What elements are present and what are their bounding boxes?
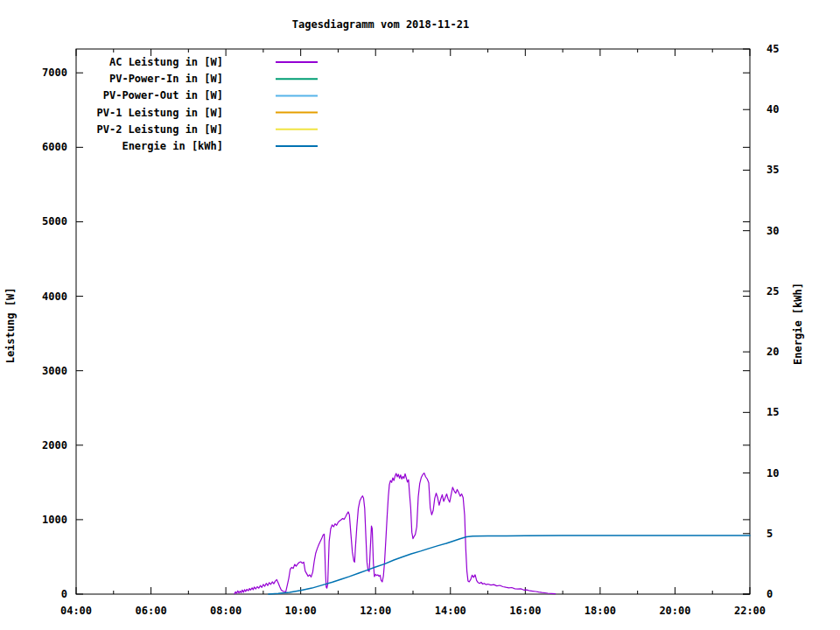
- y2-tick-label: 25: [766, 285, 779, 298]
- series-line-ac-leistung-in-w-: [234, 473, 556, 594]
- y2-tick-label: 45: [766, 43, 779, 55]
- x-tick-label: 18:00: [584, 605, 616, 617]
- x-tick-label: 14:00: [435, 605, 466, 617]
- x-tick-label: 20:00: [659, 605, 690, 617]
- x-tick-label: 06:00: [135, 605, 166, 617]
- y1-tick-label: 3000: [42, 365, 67, 377]
- y2-tick-label: 0: [766, 588, 773, 600]
- legend-item-label: PV-1 Leistung in [W]: [97, 107, 224, 119]
- y2-tick-label: 15: [766, 406, 779, 418]
- y1-tick-label: 5000: [42, 215, 67, 228]
- x-tick-label: 12:00: [360, 605, 391, 617]
- series-line-energie-in-kwh-: [269, 536, 750, 594]
- x-tick-label: 04:00: [60, 605, 92, 617]
- y1-tick-label: 2000: [42, 439, 67, 452]
- y1-tick-label: 0: [61, 588, 67, 600]
- y1-tick-label: 6000: [42, 141, 67, 153]
- y2-tick-label: 30: [766, 225, 779, 237]
- legend-item-label: PV-2 Leistung in [W]: [97, 123, 224, 136]
- chart-title: Tagesdiagramm vom 2018-11-21: [292, 18, 469, 31]
- tagesdiagramm-chart: Tagesdiagramm vom 2018-11-21 Leistung [W…: [0, 0, 840, 630]
- y2-tick-label: 40: [766, 103, 779, 116]
- x-tick-label: 22:00: [734, 605, 766, 617]
- x-tick-label: 08:00: [210, 605, 242, 617]
- y2-tick-label: 5: [766, 528, 773, 540]
- legend-item-label: PV-Power-In in [W]: [109, 73, 223, 85]
- y2-axis-label: Energie [kWh]: [792, 283, 804, 365]
- y2-tick-label: 20: [766, 346, 779, 358]
- chart-page: Tagesdiagramm vom 2018-11-21 Leistung [W…: [0, 0, 840, 630]
- y2-tick-label: 35: [766, 164, 779, 176]
- plot-generated-content: 04:0006:0008:0010:0012:0014:0016:0018:00…: [42, 43, 779, 617]
- legend-item-label: AC Leistung in [W]: [109, 56, 223, 68]
- y2-tick-label: 10: [766, 467, 779, 480]
- y1-axis-label: Leistung [W]: [4, 288, 17, 364]
- legend-item-label: Energie in [kWh]: [122, 140, 223, 152]
- x-tick-label: 10:00: [285, 605, 317, 617]
- legend-item-label: PV-Power-Out in [W]: [103, 89, 223, 102]
- y1-tick-label: 1000: [42, 514, 67, 526]
- y1-tick-label: 4000: [42, 290, 67, 303]
- x-tick-label: 16:00: [509, 605, 541, 617]
- y1-tick-label: 7000: [42, 66, 67, 79]
